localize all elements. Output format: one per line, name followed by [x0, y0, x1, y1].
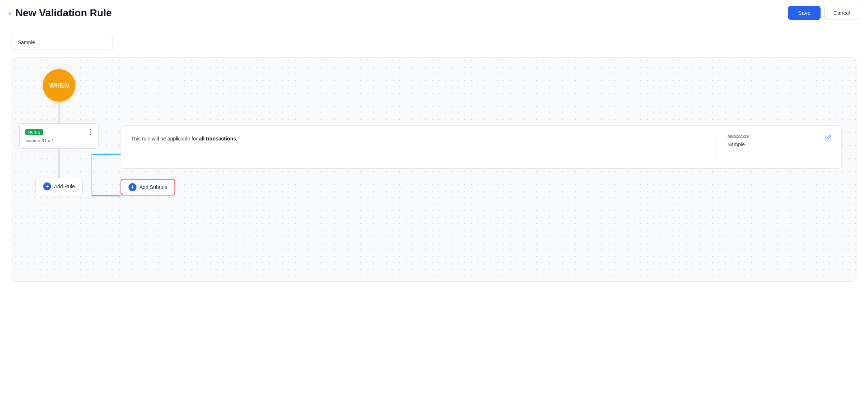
- save-button[interactable]: Save: [788, 6, 821, 20]
- main-content: WHEN Rule 1 ⋮ Invoice ID = 1 + Add Rule: [0, 26, 868, 290]
- message-value: Sample: [728, 142, 807, 147]
- message-label: MESSAGE: [728, 134, 807, 139]
- connector-svg: [92, 140, 121, 212]
- cancel-button[interactable]: Cancel: [824, 6, 859, 20]
- vline-top: [59, 102, 59, 123]
- rule-name-input[interactable]: [12, 35, 113, 50]
- add-rule-plus-icon: +: [43, 182, 51, 190]
- vline-bottom: [59, 149, 59, 178]
- add-rule-label: Add Rule: [54, 184, 75, 189]
- rule-condition: Invoice ID = 1: [25, 138, 93, 143]
- applicability-prefix: This rule will be applicable for: [131, 136, 199, 142]
- flow-wrapper: WHEN Rule 1 ⋮ Invoice ID = 1 + Add Rule: [26, 69, 842, 212]
- canvas: WHEN Rule 1 ⋮ Invoice ID = 1 + Add Rule: [12, 57, 856, 282]
- add-subrule-label: Add Subrule: [139, 184, 167, 190]
- subrule-area: + Add Subrule: [121, 179, 842, 195]
- add-subrule-plus-icon: +: [128, 183, 136, 191]
- rule-menu-icon[interactable]: ⋮: [87, 128, 94, 136]
- back-icon[interactable]: ‹: [9, 9, 11, 17]
- add-subrule-button[interactable]: + Add Subrule: [121, 179, 175, 195]
- page-title: New Validation Rule: [16, 7, 112, 19]
- message-section: MESSAGE Sample: [728, 134, 807, 147]
- edit-icon[interactable]: [825, 134, 831, 143]
- rule-badge: Rule 1: [25, 129, 43, 135]
- applicability-text: This rule will be applicable for all tra…: [131, 134, 704, 142]
- rule-detail-box: This rule will be applicable for all tra…: [121, 125, 842, 169]
- applicability-bold: all transactions.: [199, 136, 238, 142]
- divider: [716, 134, 716, 160]
- header-left: ‹ New Validation Rule: [9, 7, 112, 19]
- add-rule-button[interactable]: + Add Rule: [35, 178, 83, 195]
- header: ‹ New Validation Rule Save Cancel: [0, 0, 868, 26]
- header-actions: Save Cancel: [788, 6, 859, 20]
- when-node[interactable]: WHEN: [43, 69, 75, 102]
- right-panel: This rule will be applicable for all tra…: [121, 125, 842, 195]
- left-branch: WHEN Rule 1 ⋮ Invoice ID = 1 + Add Rule: [26, 69, 92, 195]
- rule-card[interactable]: Rule 1 ⋮ Invoice ID = 1: [19, 123, 99, 149]
